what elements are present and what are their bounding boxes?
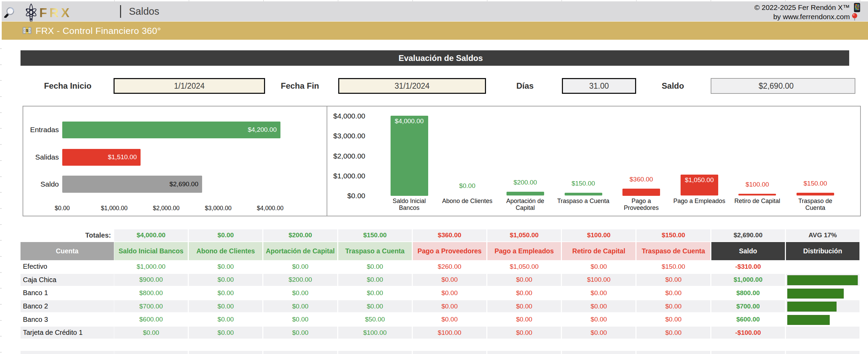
svg-text:$: $ (26, 28, 28, 33)
